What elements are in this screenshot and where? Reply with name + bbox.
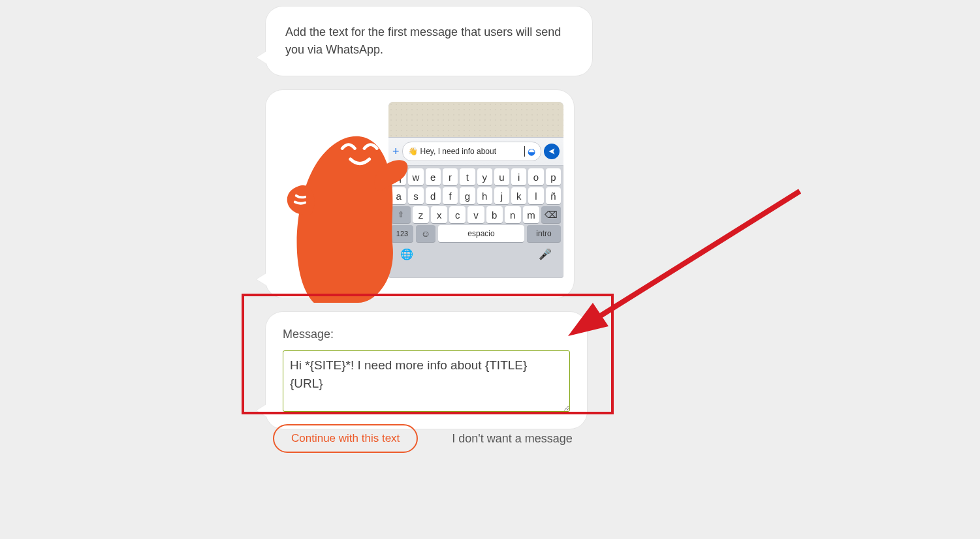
key: k [511, 187, 526, 204]
emoji-key-icon: ☺ [416, 225, 435, 242]
enter-key: intro [527, 225, 561, 242]
bubble-tail [257, 51, 267, 64]
skip-message-button[interactable]: I don't want a message [448, 431, 577, 446]
key: g [460, 187, 475, 204]
backspace-key-icon: ⌫ [541, 206, 561, 223]
instruction-text: Add the text for the first message that … [285, 23, 573, 59]
key: u [494, 168, 509, 185]
key: n [505, 206, 521, 223]
key: p [546, 168, 561, 185]
key: m [523, 206, 539, 223]
phone-mockup: + 👋 Hey, I need info about ◒ q w [388, 102, 563, 278]
chat-background [388, 102, 563, 137]
key: h [477, 187, 492, 204]
key: t [460, 168, 475, 185]
space-key: espacio [438, 225, 524, 242]
key: b [486, 206, 503, 223]
mascot-illustration [280, 120, 411, 303]
key: c [449, 206, 466, 223]
key: i [511, 168, 526, 185]
key: f [443, 187, 458, 204]
key: j [494, 187, 509, 204]
continue-button[interactable]: Continue with this text [273, 424, 418, 453]
key: r [443, 168, 458, 185]
keyboard-row-1: q w e r t y u i o p [391, 168, 561, 185]
message-form-bubble: Message: Hi *{SITE}*! I need more info a… [266, 312, 587, 429]
key: d [426, 187, 441, 204]
keyboard-footer: 🌐 🎤 [391, 244, 561, 263]
illustration-bubble: + 👋 Hey, I need info about ◒ q w [266, 90, 574, 298]
keyboard-row-4: 123 ☺ espacio intro [391, 225, 561, 242]
keyboard: q w e r t y u i o p a s d [388, 166, 563, 263]
key: e [426, 168, 441, 185]
svg-line-0 [594, 191, 800, 320]
send-icon [544, 144, 560, 159]
key: o [528, 168, 543, 185]
key: l [528, 187, 543, 204]
phone-input-pill: 👋 Hey, I need info about ◒ [402, 142, 541, 161]
actions-row: Continue with this text I don't want a m… [273, 424, 577, 453]
phone-input-row: + 👋 Hey, I need info about ◒ [388, 137, 563, 166]
bubble-tail [257, 404, 267, 417]
keyboard-row-2: a s d f g h j k l ñ [391, 187, 561, 204]
sticker-icon: ◒ [528, 146, 535, 157]
mic-icon: 🎤 [539, 248, 552, 260]
keyboard-row-3: ⇧ z x c v b n m ⌫ [391, 206, 561, 223]
key: x [431, 206, 447, 223]
instruction-bubble: Add the text for the first message that … [266, 7, 592, 76]
key: y [477, 168, 492, 185]
bubble-tail [257, 273, 267, 286]
phone-input-text: Hey, I need info about [420, 147, 522, 156]
text-cursor [524, 146, 525, 157]
message-input[interactable]: Hi *{SITE}*! I need more info about {TIT… [283, 350, 570, 412]
key: ñ [546, 187, 561, 204]
message-field-label: Message: [283, 328, 570, 341]
key: v [467, 206, 484, 223]
key: z [413, 206, 429, 223]
